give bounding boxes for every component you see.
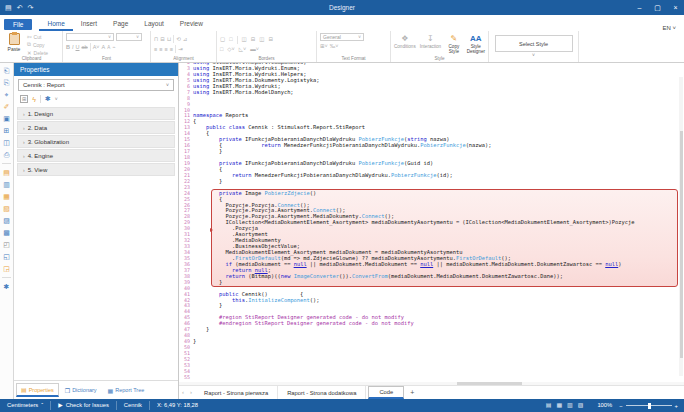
border-color-icon[interactable]: ◺˅ (239, 46, 246, 53)
grid-view-icon[interactable]: ▦ (556, 401, 562, 410)
toolbox-icon[interactable]: ◱ (1, 251, 12, 262)
shrink-font-button[interactable]: A (107, 44, 110, 51)
number-format-icon[interactable]: ⊞˅ (320, 43, 328, 50)
border-none-icon[interactable]: □ (229, 36, 232, 43)
strikethrough-button[interactable]: ab (82, 44, 88, 51)
bold-button[interactable]: B (66, 44, 70, 51)
property-section-header[interactable]: › 2. Data (17, 121, 175, 134)
code-area[interactable]: 2345678910111213141516171819202122232425… (179, 63, 684, 382)
cut-button[interactable]: ✄Cut (27, 33, 48, 40)
fullscreen-icon[interactable]: ▨ (578, 401, 584, 410)
file-menu-button[interactable]: File (4, 19, 32, 30)
ribbon-tab[interactable]: Home (39, 17, 72, 31)
add-page-button[interactable]: + (404, 386, 420, 399)
property-section-header[interactable]: › 5. View (17, 163, 175, 176)
panel-tab[interactable]: ▤ Properties (16, 383, 59, 397)
border-all-icon[interactable]: ▢ (220, 36, 225, 43)
panel-tab[interactable]: ▦ Report Tree (103, 384, 150, 397)
toolbox-icon[interactable]: ▤ (1, 167, 12, 178)
events-icon[interactable]: ϟ (32, 96, 36, 103)
align-center-icon[interactable]: ≡ (159, 46, 162, 53)
categories-icon[interactable]: ⊞ (20, 95, 28, 103)
percent-format-icon[interactable]: ‰˅ (330, 43, 339, 50)
property-section-header[interactable]: › 4. Engine (17, 149, 175, 162)
style-designer-button[interactable]: AA Style Designer (467, 34, 485, 55)
font-color-button[interactable]: A˅ (93, 44, 100, 51)
border-left-icon[interactable]: ◫ (242, 36, 247, 43)
zoom-slider-thumb[interactable] (648, 403, 651, 409)
font-family-combo[interactable]: ˅ (66, 33, 114, 41)
toolbox-icon[interactable]: ▦ (1, 191, 12, 202)
copy-button[interactable]: ⧉Copy (27, 41, 48, 48)
page-tab[interactable]: Raport - Strona pierwsza (195, 386, 278, 399)
border-box-icon[interactable]: □ (220, 46, 223, 53)
align-left-icon[interactable]: ≡ (154, 46, 157, 53)
ruler-view-icon[interactable]: ▥ (567, 401, 573, 410)
tab-scroll-right-icon[interactable]: › (187, 386, 195, 399)
toolbox-icon[interactable]: ⎘ (1, 77, 12, 88)
align-middle-icon[interactable]: ⊟ (160, 36, 165, 43)
component-selector[interactable]: Cennik : Report ˅ (18, 79, 174, 91)
zoom-slider[interactable]: − + (619, 403, 684, 409)
copy-style-button[interactable]: ✎ Copy Style (445, 34, 462, 55)
conditions-button[interactable]: ❖ Conditions (394, 34, 416, 49)
align-top-icon[interactable]: ⊓ (154, 36, 158, 43)
chevron-down-icon[interactable]: ˅ (55, 96, 58, 102)
align-bottom-icon[interactable]: ⊔ (167, 36, 171, 43)
toolbox-icon[interactable]: ⎗ (1, 65, 12, 76)
toolbox-icon[interactable]: ✐ (1, 101, 12, 112)
border-bottom-icon[interactable]: ⊟ (269, 36, 274, 43)
toolbox-icon[interactable]: ▣ (1, 113, 12, 124)
gear-icon[interactable]: ✱ (45, 95, 51, 103)
ribbon-tab[interactable]: Layout (136, 17, 172, 31)
paste-button[interactable]: Paste (4, 33, 24, 56)
check-for-issues-button[interactable]: ▶Check for Issues (51, 401, 117, 410)
font-size-combo[interactable]: ˅ (116, 33, 142, 41)
tab-scroll-left-icon[interactable]: ‹ (179, 386, 187, 399)
italic-button[interactable]: I (72, 44, 74, 51)
indent-icon[interactable]: ⇥ (178, 46, 183, 53)
align-justify-icon[interactable]: ≡ (170, 46, 173, 53)
border-style-icon[interactable]: ▬˅ (250, 46, 259, 53)
code-line[interactable] (193, 375, 684, 381)
property-section-header[interactable]: › 1. Design (17, 107, 175, 120)
word-wrap-icon[interactable]: ⊿ (183, 36, 188, 43)
zoom-in-icon[interactable]: + (675, 403, 678, 409)
toolbox-icon[interactable]: ✱ (1, 281, 12, 292)
link-icon[interactable]: ⌁ (112, 44, 115, 51)
border-right-icon[interactable]: ◫ (259, 36, 264, 43)
horizontal-scrollbar[interactable] (179, 382, 684, 385)
ribbon-tab[interactable]: Page (105, 17, 136, 31)
toolbox-icon[interactable]: ◫ (1, 137, 12, 148)
select-style-gallery[interactable]: Select Style ˅ (492, 33, 575, 58)
interaction-button[interactable]: ↧ Interaction (420, 34, 441, 49)
code-tab[interactable]: Code (368, 386, 404, 399)
panel-tab[interactable]: ❒ Dictionary (60, 384, 102, 397)
page-view-icon[interactable]: ▤ (546, 401, 552, 410)
toolbox-icon[interactable]: ◲ (1, 263, 12, 274)
page-tab[interactable]: Raport - Strona dodatkowa (278, 386, 366, 399)
grow-font-button[interactable]: A (102, 44, 106, 51)
toolbox-icon[interactable]: ◰ (1, 239, 12, 250)
border-top-icon[interactable]: ⊟ (251, 36, 256, 43)
toolbox-icon[interactable]: ▩ (1, 227, 12, 238)
units-selector[interactable]: Centimetersˆ (0, 401, 51, 410)
zoom-level-label[interactable]: 100% (590, 401, 619, 410)
toolbox-icon[interactable]: ▧ (1, 203, 12, 214)
scrollbar-thumb[interactable] (457, 382, 523, 385)
underline-button[interactable]: U (76, 44, 80, 51)
fill-color-icon[interactable]: ◇˅ (227, 46, 234, 53)
text-angle-icon[interactable]: ⟲ (176, 36, 181, 43)
align-right-icon[interactable]: ≡ (164, 46, 167, 53)
property-section-header[interactable]: › 3. Globalization (17, 135, 175, 148)
zoom-out-icon[interactable]: − (619, 403, 622, 409)
toolbox-icon[interactable]: ⌖ (1, 89, 12, 100)
text-format-combo[interactable]: General˅ (320, 33, 364, 41)
toolbox-icon[interactable]: ▥ (1, 179, 12, 190)
delete-button[interactable]: ✕Delete (27, 49, 48, 56)
toolbox-icon[interactable]: ⊞ (1, 125, 12, 136)
toolbox-icon[interactable]: ⎙ (1, 149, 12, 160)
ribbon-tab[interactable]: Preview (172, 17, 211, 31)
toolbox-icon[interactable]: ▨ (1, 215, 12, 226)
ribbon-tab[interactable]: Insert (73, 17, 105, 31)
